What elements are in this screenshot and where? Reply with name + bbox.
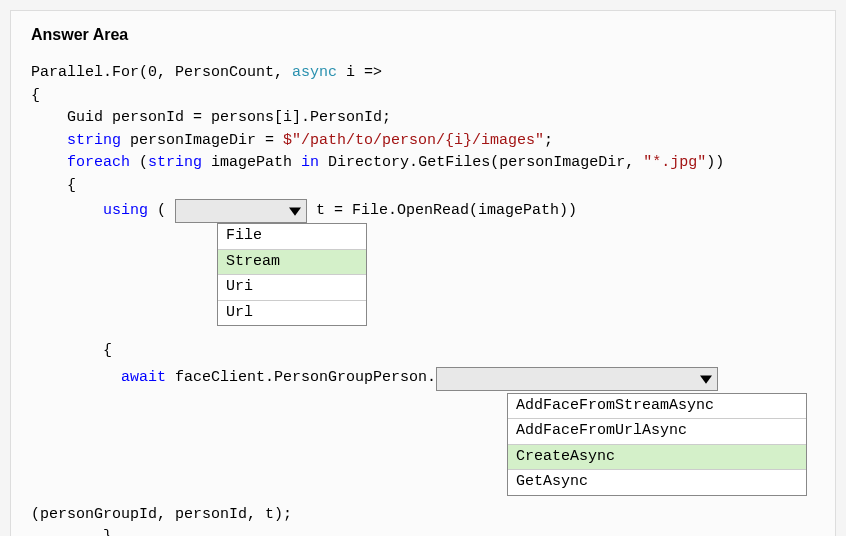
dropdown-option-file[interactable]: File bbox=[218, 224, 366, 250]
code-text bbox=[31, 132, 67, 149]
keyword-foreach: foreach bbox=[67, 154, 130, 171]
keyword-await: await bbox=[121, 369, 166, 386]
dropdown-option-url[interactable]: Url bbox=[218, 301, 366, 326]
string-literal: $"/path/to/person/{i}/images" bbox=[283, 132, 544, 149]
chevron-down-icon bbox=[286, 202, 304, 220]
panel-title: Answer Area bbox=[31, 26, 815, 44]
code-text: ( bbox=[130, 154, 148, 171]
code-line-dropdown-1: using ( t = File.OpenRead(imagePath)) bbox=[31, 199, 815, 223]
code-text: await faceClient.PersonGroupPerson. bbox=[31, 367, 436, 390]
string-literal: "*.jpg" bbox=[643, 154, 706, 171]
code-text: i => bbox=[337, 64, 382, 81]
code-line: Guid personId = persons[i].PersonId; bbox=[31, 107, 815, 130]
chevron-down-icon bbox=[697, 370, 715, 388]
keyword-in: in bbox=[301, 154, 319, 171]
dropdown-option-addfacefromstream[interactable]: AddFaceFromStreamAsync bbox=[508, 394, 806, 420]
type-dropdown-options: File Stream Uri Url bbox=[217, 223, 367, 326]
code-line: foreach (string imagePath in Directory.G… bbox=[31, 152, 815, 175]
code-line: { bbox=[31, 340, 815, 363]
dropdown-option-stream[interactable]: Stream bbox=[218, 250, 366, 276]
dropdown-option-uri[interactable]: Uri bbox=[218, 275, 366, 301]
method-dropdown[interactable] bbox=[436, 367, 718, 391]
code-line: } bbox=[31, 526, 815, 536]
code-text: imagePath bbox=[202, 154, 301, 171]
code-line: (personGroupId, personId, t); bbox=[31, 504, 815, 527]
code-text: using ( bbox=[31, 200, 175, 223]
code-text: personImageDir = bbox=[121, 132, 283, 149]
method-dropdown-options: AddFaceFromStreamAsync AddFaceFromUrlAsy… bbox=[507, 393, 807, 496]
code-line: { bbox=[31, 85, 815, 108]
type-dropdown[interactable] bbox=[175, 199, 307, 223]
answer-area-panel: Answer Area Parallel.For(0, PersonCount,… bbox=[10, 10, 836, 536]
code-text: t = File.OpenRead(imagePath)) bbox=[307, 200, 577, 223]
keyword-using: using bbox=[103, 202, 148, 219]
dropdown-option-createasync[interactable]: CreateAsync bbox=[508, 445, 806, 471]
code-line: Parallel.For(0, PersonCount, async i => bbox=[31, 62, 815, 85]
code-text: Parallel.For(0, PersonCount, bbox=[31, 64, 292, 81]
svg-marker-0 bbox=[289, 207, 301, 215]
keyword-async: async bbox=[292, 64, 337, 81]
code-line: string personImageDir = $"/path/to/perso… bbox=[31, 130, 815, 153]
dropdown-option-addfacefromurl[interactable]: AddFaceFromUrlAsync bbox=[508, 419, 806, 445]
keyword-string: string bbox=[148, 154, 202, 171]
dropdown-option-getasync[interactable]: GetAsync bbox=[508, 470, 806, 495]
code-line: { bbox=[31, 175, 815, 198]
svg-marker-1 bbox=[700, 375, 712, 383]
code-text: Directory.GetFiles(personImageDir, bbox=[319, 154, 643, 171]
keyword-string: string bbox=[67, 132, 121, 149]
code-text: )) bbox=[706, 154, 724, 171]
code-text: ; bbox=[544, 132, 553, 149]
code-block: Parallel.For(0, PersonCount, async i => … bbox=[31, 62, 815, 536]
code-text bbox=[31, 154, 67, 171]
code-line-dropdown-2: await faceClient.PersonGroupPerson. bbox=[31, 367, 815, 391]
